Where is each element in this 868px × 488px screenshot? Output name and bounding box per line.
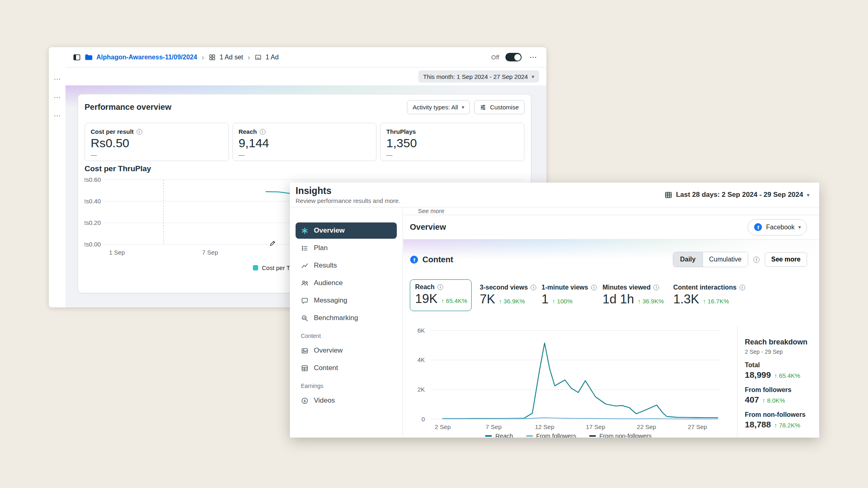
caret-down-icon: ▾ — [462, 104, 465, 110]
svg-text:4K: 4K — [418, 356, 425, 363]
info-icon[interactable]: i — [137, 129, 142, 135]
info-icon[interactable]: i — [260, 129, 265, 135]
metric-label: 1-minute views — [542, 284, 588, 291]
svg-text:2K: 2K — [418, 386, 425, 393]
collapsed-sidebar: ⋯ ⋯ ⋯ — [49, 47, 66, 307]
activity-types-label: Activity types: All — [413, 104, 458, 111]
daily-cumulative-segmented-control: Daily Cumulative — [673, 252, 748, 267]
sidebar-more-icon[interactable]: ⋯ — [49, 93, 65, 102]
metric-value: 9,144 — [239, 136, 371, 150]
info-icon[interactable]: i — [653, 285, 659, 290]
metric-value: 1,350 — [386, 136, 518, 150]
nav-label: Audience — [314, 279, 343, 287]
caret-down-icon: ▾ — [798, 224, 801, 230]
metric-value: 19K — [415, 292, 437, 306]
facebook-icon: f — [754, 223, 762, 231]
metric-card-thruplays[interactable]: ThruPlays 1,350 — — [380, 123, 524, 161]
svg-text:17 Sep: 17 Sep — [586, 423, 605, 430]
insights-content: See more Overview f Facebook ▾ f Content… — [403, 208, 819, 438]
metric-delta: ↑ 36.9K% — [499, 298, 525, 305]
legend-item: From non-followers — [589, 432, 651, 438]
platform-selector[interactable]: f Facebook ▾ — [748, 219, 807, 235]
breakdown-row-delta: ↑ 78.2K% — [774, 422, 800, 429]
cumulative-tab[interactable]: Cumulative — [703, 252, 748, 267]
metric-card-cost-per-result[interactable]: Cost per resulti Rs0.50 — — [85, 123, 229, 161]
breadcrumb-campaign[interactable]: Alphagon-Awareness-11/09/2024 — [96, 54, 197, 61]
nav-label: Overview — [314, 227, 345, 235]
legend-chip — [253, 265, 258, 270]
metric-delta: ↑ 65.4K% — [441, 297, 467, 304]
info-icon[interactable]: i — [531, 285, 536, 290]
overview-section-header: Overview f Facebook ▾ — [403, 215, 819, 240]
nav-item-results[interactable]: Results — [296, 257, 397, 274]
ad-status-toggle[interactable] — [505, 53, 522, 61]
metric-minutes-viewed[interactable]: Minutes viewedi 1d 1h↑ 36.9K% — [603, 279, 664, 307]
metric-card-reach[interactable]: Reachi 9,144 — — [233, 123, 377, 161]
legend-chip — [526, 435, 533, 437]
plan-icon — [301, 244, 309, 252]
insights-header: Insights Review performance results and … — [290, 183, 819, 207]
sidebar-more-icon[interactable]: ⋯ — [49, 75, 65, 83]
svg-text:Rs0.20: Rs0.20 — [85, 219, 101, 226]
reach-breakdown-panel: Reach breakdown 2 Sep - 29 Sep Total 18,… — [737, 327, 819, 438]
nav-label: Benchmarking — [314, 314, 358, 322]
info-icon[interactable]: i — [740, 285, 745, 290]
nav-item-content[interactable]: Content — [296, 360, 397, 376]
metric-value: 1 — [542, 292, 548, 307]
metric-delta: ↑ 16.7K% — [703, 298, 729, 305]
cost-chart-title: Cost per ThruPlay — [85, 164, 151, 173]
metric-reach[interactable]: Reachi 19K↑ 65.4K% — [410, 279, 472, 311]
sidebar-more-icon[interactable]: ⋯ — [49, 111, 65, 120]
metric-3-second-views[interactable]: 3-second viewsi 7K↑ 36.9K% — [480, 279, 536, 307]
metric-label: Content interactions — [673, 284, 737, 291]
metric-value: 7K — [480, 292, 495, 307]
insights-date-range-selector[interactable]: Last 28 days: 2 Sep 2024 - 29 Sep 2024 ▾ — [664, 191, 809, 199]
nav-item-benchmarking[interactable]: Benchmarking — [296, 310, 397, 326]
activity-types-button[interactable]: Activity types: All ▾ — [407, 100, 470, 114]
metric-content-interactions[interactable]: Content interactionsi 1.3K↑ 16.7K% — [673, 279, 745, 307]
info-icon[interactable]: i — [591, 285, 597, 290]
ad-toggle-label: Off — [491, 54, 499, 61]
date-range-selector[interactable]: This month: 1 Sep 2024 - 27 Sep 2024 ▾ — [418, 70, 539, 83]
metric-sub: — — [386, 151, 518, 158]
collapse-panel-icon[interactable] — [73, 53, 81, 61]
overview-heading: Overview — [410, 222, 446, 232]
breadcrumb-ad[interactable]: 1 Ad — [265, 54, 278, 61]
metric-sub: — — [91, 151, 223, 158]
platform-label: Facebook — [766, 224, 794, 231]
nav-label: Content — [314, 364, 338, 372]
breadcrumb-adset[interactable]: 1 Ad set — [220, 54, 243, 61]
svg-text:Rs0.60: Rs0.60 — [85, 176, 101, 183]
clipped-see-more-link[interactable]: See more — [418, 208, 444, 214]
reach-daily-chart: 6K4K2K02 Sep7 Sep12 Sep17 Sep22 Sep27 Se… — [408, 325, 729, 435]
breakdown-row-delta: ↑ 65.4K% — [774, 372, 800, 379]
nav-label: Plan — [314, 244, 328, 252]
metric-1-minute-views[interactable]: 1-minute viewsi 1↑ 100% — [542, 279, 597, 307]
info-icon[interactable]: i — [753, 257, 759, 263]
nav-label: Videos — [314, 396, 335, 405]
draw-annotation-icon[interactable] — [269, 240, 276, 248]
performance-metrics-row: Cost per resulti Rs0.50 — Reachi 9,144 —… — [85, 123, 524, 161]
nav-item-plan[interactable]: Plan — [296, 240, 397, 256]
customise-button[interactable]: Customise — [474, 100, 524, 114]
customise-icon — [480, 104, 486, 111]
nav-item-overview[interactable]: Overview — [296, 222, 397, 239]
campaign-folder-icon — [85, 54, 93, 61]
caret-down-icon: ▾ — [807, 192, 809, 198]
nav-section-content: Content — [301, 333, 397, 339]
metric-value: Rs0.50 — [91, 136, 223, 150]
nav-item-messaging[interactable]: Messaging — [296, 292, 397, 309]
nav-item-videos[interactable]: $ Videos — [296, 392, 397, 409]
svg-text:Rs0.40: Rs0.40 — [85, 198, 101, 205]
info-icon[interactable]: i — [437, 284, 443, 290]
results-icon — [301, 262, 309, 270]
svg-text:1 Sep: 1 Sep — [109, 249, 125, 256]
more-options-icon[interactable]: ⋯ — [528, 52, 539, 62]
nav-item-content-overview[interactable]: Overview — [296, 342, 397, 359]
insights-title: Insights — [296, 185, 400, 196]
daily-tab[interactable]: Daily — [673, 252, 703, 267]
dollar-icon: $ — [301, 397, 309, 405]
see-more-button[interactable]: See more — [765, 252, 807, 267]
nav-item-audience[interactable]: Audience — [296, 275, 397, 291]
metric-value: 1d 1h — [603, 292, 634, 307]
